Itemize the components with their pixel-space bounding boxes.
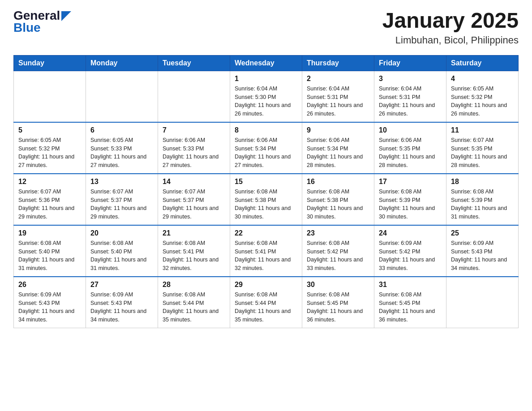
day-number: 1 bbox=[235, 75, 297, 83]
day-info: Sunrise: 6:08 AMSunset: 5:41 PMDaylight:… bbox=[235, 239, 297, 273]
calendar-cell: 22Sunrise: 6:08 AMSunset: 5:41 PMDayligh… bbox=[230, 225, 302, 277]
day-number: 27 bbox=[90, 281, 153, 289]
day-number: 6 bbox=[90, 126, 153, 134]
calendar-cell: 29Sunrise: 6:08 AMSunset: 5:44 PMDayligh… bbox=[230, 277, 302, 328]
day-number: 24 bbox=[379, 229, 442, 237]
calendar-cell: 11Sunrise: 6:07 AMSunset: 5:35 PMDayligh… bbox=[446, 122, 519, 174]
calendar-cell: 9Sunrise: 6:06 AMSunset: 5:34 PMDaylight… bbox=[302, 122, 374, 174]
svg-marker-0 bbox=[61, 11, 71, 21]
day-number: 14 bbox=[163, 178, 225, 186]
day-info: Sunrise: 6:08 AMSunset: 5:40 PMDaylight:… bbox=[90, 239, 153, 273]
logo-triangle-icon bbox=[61, 11, 71, 21]
calendar-header-wednesday: Wednesday bbox=[230, 55, 302, 71]
day-info: Sunrise: 6:08 AMSunset: 5:44 PMDaylight:… bbox=[163, 291, 225, 324]
day-number: 15 bbox=[235, 178, 297, 186]
day-info: Sunrise: 6:08 AMSunset: 5:41 PMDaylight:… bbox=[163, 239, 225, 273]
day-info: Sunrise: 6:05 AMSunset: 5:33 PMDaylight:… bbox=[90, 136, 153, 170]
calendar-cell: 30Sunrise: 6:08 AMSunset: 5:45 PMDayligh… bbox=[302, 277, 374, 328]
day-number: 12 bbox=[18, 178, 81, 186]
calendar-week-row: 19Sunrise: 6:08 AMSunset: 5:40 PMDayligh… bbox=[14, 225, 519, 277]
calendar-cell: 13Sunrise: 6:07 AMSunset: 5:37 PMDayligh… bbox=[86, 174, 158, 225]
logo: General Blue bbox=[13, 9, 71, 35]
calendar-cell: 21Sunrise: 6:08 AMSunset: 5:41 PMDayligh… bbox=[158, 225, 230, 277]
day-info: Sunrise: 6:06 AMSunset: 5:35 PMDaylight:… bbox=[379, 136, 442, 170]
calendar-header-thursday: Thursday bbox=[302, 55, 374, 71]
day-number: 19 bbox=[18, 229, 81, 237]
page-subtitle: Limbuhan, Bicol, Philippines bbox=[382, 34, 519, 46]
calendar-cell: 10Sunrise: 6:06 AMSunset: 5:35 PMDayligh… bbox=[374, 122, 446, 174]
calendar-header-monday: Monday bbox=[86, 55, 158, 71]
calendar-cell: 14Sunrise: 6:07 AMSunset: 5:37 PMDayligh… bbox=[158, 174, 230, 225]
calendar-cell: 28Sunrise: 6:08 AMSunset: 5:44 PMDayligh… bbox=[158, 277, 230, 328]
day-number: 22 bbox=[235, 229, 297, 237]
calendar-header-sunday: Sunday bbox=[14, 55, 86, 71]
calendar-cell: 15Sunrise: 6:08 AMSunset: 5:38 PMDayligh… bbox=[230, 174, 302, 225]
calendar-cell: 25Sunrise: 6:09 AMSunset: 5:43 PMDayligh… bbox=[446, 225, 519, 277]
day-number: 16 bbox=[307, 178, 369, 186]
day-number: 23 bbox=[307, 229, 369, 237]
day-number: 4 bbox=[451, 75, 514, 83]
day-info: Sunrise: 6:08 AMSunset: 5:44 PMDaylight:… bbox=[235, 291, 297, 324]
calendar-cell: 26Sunrise: 6:09 AMSunset: 5:43 PMDayligh… bbox=[14, 277, 86, 328]
calendar-table: SundayMondayTuesdayWednesdayThursdayFrid… bbox=[13, 55, 519, 328]
day-info: Sunrise: 6:06 AMSunset: 5:34 PMDaylight:… bbox=[235, 136, 297, 170]
calendar-week-row: 5Sunrise: 6:05 AMSunset: 5:32 PMDaylight… bbox=[14, 122, 519, 174]
calendar-cell: 18Sunrise: 6:08 AMSunset: 5:39 PMDayligh… bbox=[446, 174, 519, 225]
day-info: Sunrise: 6:08 AMSunset: 5:45 PMDaylight:… bbox=[307, 291, 369, 324]
day-info: Sunrise: 6:08 AMSunset: 5:38 PMDaylight:… bbox=[235, 188, 297, 221]
calendar-cell: 1Sunrise: 6:04 AMSunset: 5:30 PMDaylight… bbox=[230, 71, 302, 122]
day-number: 30 bbox=[307, 281, 369, 289]
calendar-cell: 23Sunrise: 6:08 AMSunset: 5:42 PMDayligh… bbox=[302, 225, 374, 277]
day-number: 25 bbox=[451, 229, 514, 237]
calendar-cell: 12Sunrise: 6:07 AMSunset: 5:36 PMDayligh… bbox=[14, 174, 86, 225]
calendar-cell: 6Sunrise: 6:05 AMSunset: 5:33 PMDaylight… bbox=[86, 122, 158, 174]
day-info: Sunrise: 6:05 AMSunset: 5:32 PMDaylight:… bbox=[18, 136, 81, 170]
day-info: Sunrise: 6:05 AMSunset: 5:32 PMDaylight:… bbox=[451, 85, 514, 118]
day-info: Sunrise: 6:09 AMSunset: 5:42 PMDaylight:… bbox=[379, 239, 442, 273]
day-number: 8 bbox=[235, 126, 297, 134]
calendar-header-saturday: Saturday bbox=[446, 55, 519, 71]
calendar-week-row: 26Sunrise: 6:09 AMSunset: 5:43 PMDayligh… bbox=[14, 277, 519, 328]
day-info: Sunrise: 6:09 AMSunset: 5:43 PMDaylight:… bbox=[90, 291, 153, 324]
day-info: Sunrise: 6:08 AMSunset: 5:45 PMDaylight:… bbox=[379, 291, 442, 324]
title-block: January 2025 Limbuhan, Bicol, Philippine… bbox=[382, 9, 519, 46]
calendar-header-friday: Friday bbox=[374, 55, 446, 71]
day-info: Sunrise: 6:09 AMSunset: 5:43 PMDaylight:… bbox=[451, 239, 514, 273]
day-info: Sunrise: 6:07 AMSunset: 5:35 PMDaylight:… bbox=[451, 136, 514, 170]
day-number: 17 bbox=[379, 178, 442, 186]
calendar-cell bbox=[14, 71, 86, 122]
day-number: 20 bbox=[90, 229, 153, 237]
calendar-cell: 8Sunrise: 6:06 AMSunset: 5:34 PMDaylight… bbox=[230, 122, 302, 174]
page-header: General Blue January 2025 Limbuhan, Bico… bbox=[13, 9, 519, 46]
day-info: Sunrise: 6:08 AMSunset: 5:39 PMDaylight:… bbox=[451, 188, 514, 221]
page-title: January 2025 bbox=[382, 9, 519, 33]
day-number: 28 bbox=[163, 281, 225, 289]
calendar-header-tuesday: Tuesday bbox=[158, 55, 230, 71]
calendar-cell: 5Sunrise: 6:05 AMSunset: 5:32 PMDaylight… bbox=[14, 122, 86, 174]
calendar-cell bbox=[86, 71, 158, 122]
logo-blue: Blue bbox=[13, 21, 71, 35]
day-info: Sunrise: 6:08 AMSunset: 5:42 PMDaylight:… bbox=[307, 239, 369, 273]
calendar-cell: 2Sunrise: 6:04 AMSunset: 5:31 PMDaylight… bbox=[302, 71, 374, 122]
day-info: Sunrise: 6:07 AMSunset: 5:37 PMDaylight:… bbox=[163, 188, 225, 221]
day-number: 29 bbox=[235, 281, 297, 289]
day-info: Sunrise: 6:08 AMSunset: 5:38 PMDaylight:… bbox=[307, 188, 369, 221]
day-number: 21 bbox=[163, 229, 225, 237]
day-number: 31 bbox=[379, 281, 442, 289]
day-info: Sunrise: 6:04 AMSunset: 5:30 PMDaylight:… bbox=[235, 85, 297, 118]
day-number: 11 bbox=[451, 126, 514, 134]
calendar-cell: 27Sunrise: 6:09 AMSunset: 5:43 PMDayligh… bbox=[86, 277, 158, 328]
day-number: 10 bbox=[379, 126, 442, 134]
calendar-cell: 31Sunrise: 6:08 AMSunset: 5:45 PMDayligh… bbox=[374, 277, 446, 328]
day-info: Sunrise: 6:07 AMSunset: 5:37 PMDaylight:… bbox=[90, 188, 153, 221]
day-info: Sunrise: 6:04 AMSunset: 5:31 PMDaylight:… bbox=[307, 85, 369, 118]
day-info: Sunrise: 6:06 AMSunset: 5:33 PMDaylight:… bbox=[163, 136, 225, 170]
calendar-cell: 20Sunrise: 6:08 AMSunset: 5:40 PMDayligh… bbox=[86, 225, 158, 277]
day-number: 5 bbox=[18, 126, 81, 134]
day-info: Sunrise: 6:07 AMSunset: 5:36 PMDaylight:… bbox=[18, 188, 81, 221]
day-info: Sunrise: 6:06 AMSunset: 5:34 PMDaylight:… bbox=[307, 136, 369, 170]
day-number: 13 bbox=[90, 178, 153, 186]
day-number: 2 bbox=[307, 75, 369, 83]
calendar-cell: 4Sunrise: 6:05 AMSunset: 5:32 PMDaylight… bbox=[446, 71, 519, 122]
calendar-cell bbox=[446, 277, 519, 328]
